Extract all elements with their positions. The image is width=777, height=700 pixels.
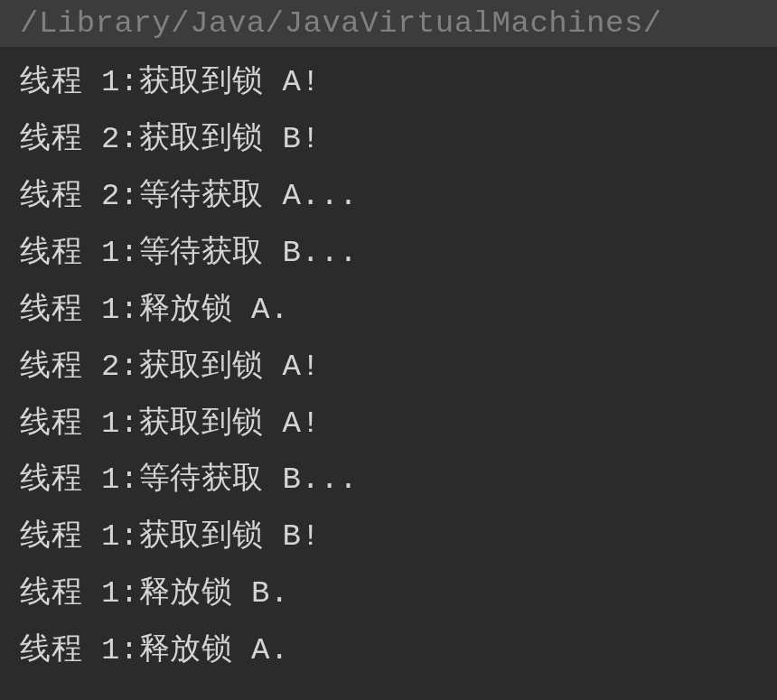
console-output: /Library/Java/JavaVirtualMachines/ 线程 1:… [0, 0, 777, 700]
command-path-text: /Library/Java/JavaVirtualMachines/ [20, 6, 662, 41]
output-line: 线程 1:等待获取 B... [20, 452, 757, 509]
output-line: 线程 2:获取到锁 A! [20, 339, 757, 396]
output-line: 线程 1:释放锁 A. [20, 282, 757, 339]
output-line: 线程 1:释放锁 B. [20, 565, 757, 622]
command-path-line: /Library/Java/JavaVirtualMachines/ [0, 0, 777, 47]
output-lines-container: 线程 1:获取到锁 A! 线程 2:获取到锁 B! 线程 2:等待获取 A...… [0, 47, 777, 679]
output-line: 线程 1:获取到锁 B! [20, 509, 757, 565]
output-line: 线程 2:获取到锁 B! [20, 111, 757, 168]
output-line: 线程 1:释放锁 A. [20, 622, 757, 679]
output-line: 线程 1:获取到锁 A! [20, 396, 757, 453]
output-line: 线程 2:等待获取 A... [20, 168, 757, 225]
output-line: 线程 1:等待获取 B... [20, 225, 757, 282]
output-line: 线程 1:获取到锁 A! [20, 54, 757, 111]
